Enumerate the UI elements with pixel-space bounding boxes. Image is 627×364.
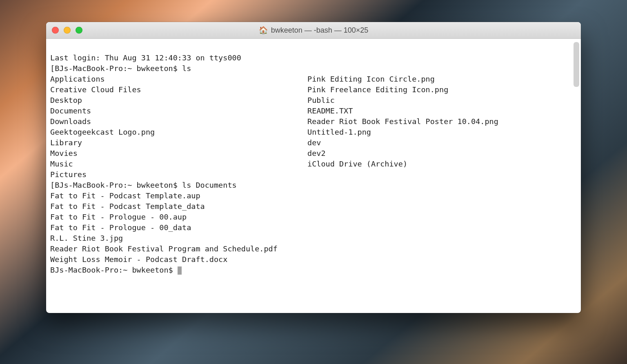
file-name: R.L. Stine 3.jpg — [50, 233, 123, 244]
zoom-icon[interactable] — [76, 27, 82, 34]
list-item: Fat to Fit - Prologue - 00_data — [50, 222, 577, 233]
scrollbar-thumb[interactable] — [574, 42, 579, 87]
file-name: dev — [307, 138, 321, 148]
list-item: Librarydev — [50, 138, 577, 148]
file-name: Pink Freelance Editing Icon.png — [307, 84, 448, 95]
file-name: README.TXT — [307, 106, 353, 116]
list-item: Fat to Fit - Prologue - 00.aup — [50, 212, 577, 222]
file-name: Fat to Fit - Podcast Template.aup — [50, 191, 200, 201]
cursor — [178, 266, 182, 275]
list-item: Fat to Fit - Podcast Template.aup — [50, 191, 577, 201]
file-name: Public — [307, 95, 335, 106]
file-name: Pictures — [50, 169, 307, 180]
list-item: Fat to Fit - Podcast Template_data — [50, 201, 577, 212]
list-item: Pictures — [50, 169, 577, 180]
close-icon[interactable] — [52, 27, 59, 34]
file-name: Reader Riot Book Festival Program and Sc… — [50, 244, 278, 254]
ls-documents-output: Fat to Fit - Podcast Template.aupFat to … — [50, 191, 577, 265]
traffic-lights — [52, 27, 82, 34]
prompt-bracket: [ — [50, 181, 55, 189]
file-name: Fat to Fit - Prologue - 00_data — [50, 222, 191, 233]
file-name: Fat to Fit - Podcast Template_data — [50, 201, 205, 212]
file-name: Documents — [50, 106, 307, 116]
command-1: ls — [182, 64, 191, 73]
prompt-bracket: [ — [50, 64, 55, 73]
file-name: Geektogeekcast Logo.png — [50, 127, 307, 138]
command-2: ls Documents — [182, 181, 237, 189]
window-title-text: bwkeeton — -bash — 100×25 — [271, 26, 369, 35]
list-item: DesktopPublic — [50, 95, 577, 106]
titlebar[interactable]: 🏠 bwkeeton — -bash — 100×25 — [46, 22, 581, 39]
file-name: Weight Loss Memoir - Podcast Draft.docx — [50, 254, 227, 265]
file-name: Untitled-1.png — [307, 127, 371, 138]
ls-home-output: ApplicationsPink Editing Icon Circle.png… — [50, 74, 577, 180]
file-name: Creative Cloud Files — [50, 84, 307, 95]
file-name: iCloud Drive (Archive) — [307, 159, 407, 169]
file-name: Library — [50, 138, 307, 148]
file-name: Fat to Fit - Prologue - 00.aup — [50, 212, 187, 222]
file-name: dev2 — [307, 148, 326, 159]
prompt-2: BJs-MacBook-Pro:~ bwkeeton$ — [55, 181, 182, 189]
file-name: Pink Editing Icon Circle.png — [307, 74, 435, 84]
list-item: DocumentsREADME.TXT — [50, 106, 577, 116]
list-item: Creative Cloud FilesPink Freelance Editi… — [50, 84, 577, 95]
list-item: DownloadsReader Riot Book Festival Poste… — [50, 116, 577, 127]
file-name: Movies — [50, 148, 307, 159]
prompt-1: BJs-MacBook-Pro:~ bwkeeton$ — [55, 64, 182, 73]
list-item: Moviesdev2 — [50, 148, 577, 159]
home-icon: 🏠 — [259, 26, 268, 35]
list-item: ApplicationsPink Editing Icon Circle.png — [50, 74, 577, 84]
minimize-icon[interactable] — [64, 27, 71, 34]
prompt-3: BJs-MacBook-Pro:~ bwkeeton$ — [50, 266, 178, 274]
window-title: 🏠 bwkeeton — -bash — 100×25 — [46, 26, 581, 35]
file-name: Downloads — [50, 116, 307, 127]
terminal-window: 🏠 bwkeeton — -bash — 100×25 Last login: … — [46, 22, 581, 313]
list-item: Reader Riot Book Festival Program and Sc… — [50, 244, 577, 254]
last-login-line: Last login: Thu Aug 31 12:40:33 on ttys0… — [50, 53, 241, 62]
file-name: Reader Riot Book Festival Poster 10.04.p… — [307, 116, 498, 127]
file-name: Desktop — [50, 95, 307, 106]
list-item: R.L. Stine 3.jpg — [50, 233, 577, 244]
list-item: Geektogeekcast Logo.pngUntitled-1.png — [50, 127, 577, 138]
terminal-content[interactable]: Last login: Thu Aug 31 12:40:33 on ttys0… — [46, 39, 581, 313]
file-name: Music — [50, 159, 307, 169]
list-item: Weight Loss Memoir - Podcast Draft.docx — [50, 254, 577, 265]
file-name: Applications — [50, 74, 307, 84]
list-item: MusiciCloud Drive (Archive) — [50, 159, 577, 169]
